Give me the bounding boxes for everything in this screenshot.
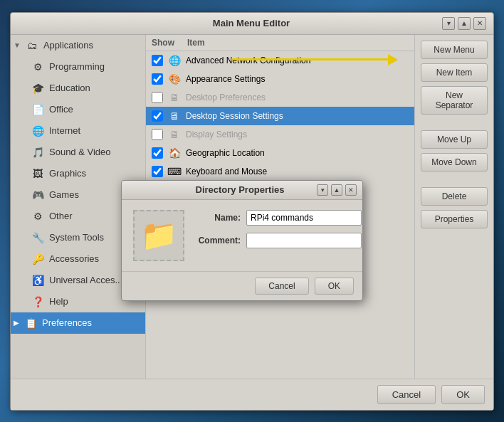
accessories-icon: 🔑 [31,252,45,266]
graphics-icon: 🖼 [31,167,45,181]
new-separator-button[interactable]: New Separator [421,86,488,115]
internet-label: Internet [49,125,80,136]
dir-collapse-btn[interactable]: ▾ [317,184,328,196]
education-icon: 🎓 [31,81,45,95]
dir-dialog: Directory Properties ▾ ▲ ✕ 📁 Name: Comme… [121,180,363,301]
dir-controls: ▾ ▲ ✕ [317,184,357,196]
dir-maximize-btn[interactable]: ▲ [331,184,342,196]
checkbox-appearance[interactable] [152,73,163,85]
appearance-label: Appearance Settings [186,74,265,84]
main-title-bar: Main Menu Editor ▾ ▲ ✕ [11,13,493,35]
sidebar-item-sound-video[interactable]: 🎵 Sound & Video [11,142,145,163]
menu-row-appearance[interactable]: 🎨 Appearance Settings [146,70,414,88]
checkbox-desktop-prefs[interactable] [152,92,163,103]
universal-access-icon: ♿ [31,273,45,288]
dir-body: 📁 Name: Comment: [122,200,362,271]
games-label: Games [49,189,79,200]
main-dialog-title: Main Menu Editor [61,18,442,28]
sound-video-label: Sound & Video [49,147,111,157]
checkbox-session[interactable] [152,110,163,122]
other-label: Other [49,211,73,221]
office-label: Office [49,104,73,115]
dir-ok-button[interactable]: OK [315,278,354,295]
dir-close-btn[interactable]: ✕ [345,184,357,196]
sidebar-item-education[interactable]: 🎓 Education [11,78,145,99]
checkbox-keyboard[interactable] [152,166,163,177]
sidebar-item-office[interactable]: 📄 Office [11,99,145,120]
programming-icon: ⚙ [31,60,45,74]
comment-label: Comment: [194,236,241,246]
preferences-expand-arrow: ▶ [14,319,19,327]
desktop-prefs-label: Desktop Preferences [186,93,266,102]
sidebar-expand-arrow: ▼ [14,41,21,49]
dir-title-bar: Directory Properties ▾ ▲ ✕ [122,181,362,200]
checkbox-geo[interactable] [152,147,163,159]
preferences-icon: 📋 [23,316,38,330]
dir-fields: Name: Comment: [194,210,362,261]
comment-input[interactable] [246,233,362,248]
folder-icon-container: 📁 [133,210,184,261]
properties-button[interactable]: Properties [421,210,488,228]
title-close-btn[interactable]: ✕ [473,17,486,30]
other-icon: ⚙ [31,209,45,223]
title-maximize-btn[interactable]: ▲ [458,17,471,30]
delete-button[interactable]: Delete [421,187,488,206]
menu-list-header: Show Item [146,35,414,51]
menu-row-desktop-prefs[interactable]: 🖥 Desktop Preferences [146,88,414,107]
menu-row-network[interactable]: 🌐 Advanced Network Configuration [146,51,414,70]
applications-icon: 🗂 [25,38,39,53]
office-icon: 📄 [31,102,45,117]
name-label: Name: [194,213,241,223]
applications-label: Applications [43,40,93,51]
dir-cancel-button[interactable]: Cancel [255,278,308,295]
name-field-row: Name: [194,210,362,226]
preferences-label: Preferences [42,317,92,328]
menu-row-keyboard[interactable]: ⌨ Keyboard and Mouse [146,162,414,181]
move-up-button[interactable]: Move Up [421,130,488,149]
help-icon: ❓ [31,295,45,309]
desktop-prefs-icon: 🖥 [167,90,182,105]
system-tools-label: System Tools [49,232,104,243]
universal-access-label: Universal Acces... [49,275,122,285]
checkbox-display[interactable] [152,129,163,140]
network-label: Advanced Network Configuration [186,56,310,65]
graphics-label: Graphics [49,168,86,179]
geo-label: Geographic Location [186,148,265,158]
keyboard-icon: ⌨ [167,164,182,179]
sound-video-icon: 🎵 [31,145,45,159]
session-label: Desktop Session Settings [186,111,283,121]
folder-icon: 📁 [140,218,177,253]
new-menu-button[interactable]: New Menu [421,41,488,59]
checkbox-network[interactable] [152,55,163,66]
internet-icon: 🌐 [31,124,45,138]
session-icon: 🖥 [167,109,182,123]
sidebar-item-internet[interactable]: 🌐 Internet [11,120,145,142]
education-label: Education [49,83,90,93]
main-cancel-button[interactable]: Cancel [377,385,436,404]
new-item-button[interactable]: New Item [421,63,488,82]
geo-icon: 🏠 [167,146,182,160]
system-tools-icon: 🔧 [31,231,45,245]
move-down-button[interactable]: Move Down [421,153,488,172]
main-ok-button[interactable]: OK [441,385,485,404]
help-label: Help [49,296,68,307]
main-dialog: Main Menu Editor ▾ ▲ ✕ ▼ 🗂 Applications … [10,12,494,411]
sidebar-item-applications[interactable]: ▼ 🗂 Applications [11,35,145,56]
bottom-bar: Cancel OK [11,379,493,410]
name-input[interactable] [246,210,362,226]
appearance-icon: 🎨 [167,72,182,86]
display-label: Display Settings [186,130,247,139]
menu-row-session[interactable]: 🖥 Desktop Session Settings [146,107,414,125]
title-collapse-btn[interactable]: ▾ [442,17,455,30]
header-item: Item [187,38,205,48]
menu-row-display[interactable]: 🖥 Display Settings [146,125,414,144]
programming-label: Programming [49,61,105,72]
menu-row-geo[interactable]: 🏠 Geographic Location [146,144,414,162]
sidebar-item-preferences[interactable]: ▶ 📋 Preferences [11,312,145,334]
comment-field-row: Comment: [194,233,362,248]
header-show: Show [152,38,187,48]
sidebar-item-programming[interactable]: ⚙ Programming [11,56,145,78]
network-icon: 🌐 [167,53,182,68]
keyboard-label: Keyboard and Mouse [186,167,267,176]
display-icon: 🖥 [167,127,182,142]
